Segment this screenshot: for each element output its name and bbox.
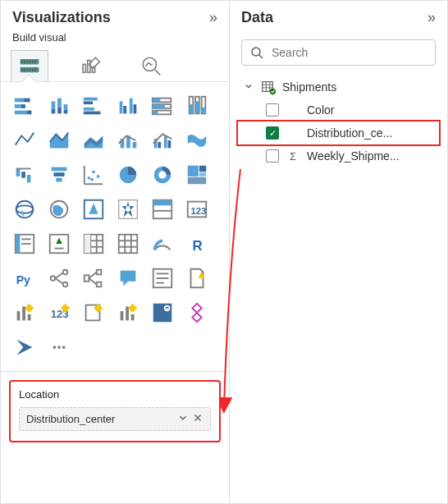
table-icon <box>261 80 276 94</box>
field-weekly-shipments[interactable]: Σ Weekly_Shipme... <box>238 144 439 167</box>
svg-marker-139 <box>128 304 137 313</box>
svg-rect-118 <box>85 275 89 282</box>
viz-filled-map[interactable] <box>43 194 75 225</box>
viz-line-clustered-column[interactable] <box>147 125 178 156</box>
svg-rect-137 <box>126 307 129 321</box>
table-shipments[interactable]: Shipments <box>238 76 439 99</box>
viz-azure-map[interactable] <box>78 194 109 225</box>
visualizations-title: Visualizations <box>12 9 111 26</box>
build-visual-subtitle: Build visual <box>1 31 229 48</box>
data-title: Data <box>241 9 273 26</box>
viz-funnel[interactable] <box>43 159 75 190</box>
viz-clustered-bar[interactable] <box>78 90 109 121</box>
svg-rect-13 <box>35 68 37 71</box>
svg-rect-22 <box>21 104 25 108</box>
collapse-data-icon[interactable]: » <box>427 9 436 26</box>
collapse-pane-icon[interactable]: » <box>209 9 217 26</box>
field-label: Distribution_ce... <box>307 126 434 140</box>
location-field-chip[interactable]: Distribution_center <box>19 407 211 431</box>
viz-clustered-column[interactable] <box>112 90 144 121</box>
field-distribution-center[interactable]: Distribution_ce... <box>238 121 439 144</box>
viz-get-more[interactable] <box>181 297 213 328</box>
viz-100-stacked-bar[interactable] <box>147 90 178 121</box>
search-wrap <box>230 31 447 69</box>
viz-key-influencers[interactable] <box>43 263 75 294</box>
svg-rect-20 <box>24 99 30 103</box>
svg-rect-21 <box>15 104 21 108</box>
svg-rect-42 <box>153 104 165 108</box>
viz-kpi[interactable] <box>43 228 75 259</box>
search-input[interactable] <box>241 39 436 66</box>
svg-rect-2 <box>21 61 23 63</box>
svg-rect-138 <box>131 314 135 321</box>
checkbox-checked[interactable] <box>266 126 279 140</box>
viz-table[interactable] <box>112 228 144 259</box>
search-field[interactable] <box>270 45 427 60</box>
svg-rect-6 <box>32 61 34 63</box>
viz-map[interactable] <box>9 194 40 225</box>
svg-rect-106 <box>119 235 138 254</box>
tab-format[interactable] <box>76 52 104 80</box>
viz-python-visual[interactable]: Py <box>9 263 40 294</box>
viz-slicer[interactable] <box>147 194 178 225</box>
viz-donut[interactable] <box>147 159 178 190</box>
viz-stacked-bar[interactable] <box>9 90 40 121</box>
paintbrush-icon <box>80 55 101 76</box>
viz-more-ellipsis[interactable] <box>43 332 75 363</box>
checkbox[interactable] <box>266 149 279 163</box>
svg-line-117 <box>55 278 62 284</box>
viz-q-and-a[interactable] <box>112 263 144 294</box>
viz-power-automate-3[interactable] <box>112 297 144 328</box>
viz-stacked-column[interactable] <box>43 90 75 121</box>
remove-field-icon[interactable] <box>192 412 203 426</box>
viz-azure-maps-2[interactable] <box>147 297 178 328</box>
viz-matrix[interactable] <box>78 228 109 259</box>
svg-text:Py: Py <box>16 273 30 286</box>
app-root: Visualizations » Build visual <box>0 0 448 504</box>
viz-waterfall[interactable] <box>9 159 40 190</box>
svg-point-70 <box>88 176 91 180</box>
viz-treemap[interactable] <box>181 159 213 190</box>
viz-arcgis-map[interactable] <box>112 194 144 225</box>
viz-paginated-report[interactable] <box>181 263 213 294</box>
svg-rect-40 <box>153 99 160 103</box>
svg-rect-37 <box>130 99 133 114</box>
viz-gauge[interactable] <box>147 228 178 259</box>
viz-multi-row-card[interactable] <box>9 228 40 259</box>
viz-decomposition-tree[interactable] <box>78 263 109 294</box>
viz-stacked-area[interactable] <box>78 125 109 156</box>
svg-rect-30 <box>64 110 68 114</box>
visualizations-header: Visualizations » <box>1 1 229 31</box>
svg-marker-145 <box>17 340 33 355</box>
viz-r-visual[interactable]: R <box>181 228 213 259</box>
svg-point-114 <box>63 270 68 275</box>
svg-rect-38 <box>134 104 137 113</box>
viz-pie[interactable] <box>112 159 144 190</box>
well-title: Location <box>19 388 211 401</box>
svg-rect-24 <box>27 111 32 115</box>
viz-card[interactable]: 123 <box>181 194 213 225</box>
viz-line-stacked-column[interactable] <box>112 125 144 156</box>
viz-scatter[interactable] <box>78 159 109 190</box>
viz-power-automate-1[interactable]: 123 <box>43 297 75 328</box>
svg-point-82 <box>16 205 34 213</box>
field-color[interactable]: Color <box>238 99 439 121</box>
svg-marker-98 <box>56 238 62 245</box>
svg-rect-3 <box>25 61 26 63</box>
viz-power-automate-2[interactable] <box>78 297 109 328</box>
viz-power-automate-flow[interactable] <box>9 332 40 363</box>
viz-100-stacked-column[interactable] <box>181 90 213 121</box>
viz-line[interactable] <box>9 125 40 156</box>
table-name: Shipments <box>282 80 336 94</box>
svg-rect-12 <box>32 68 34 71</box>
chevron-down-icon[interactable] <box>177 412 189 426</box>
checkbox[interactable] <box>266 103 279 117</box>
tab-analytics[interactable] <box>137 52 165 80</box>
viz-narrative-smart[interactable] <box>147 263 178 294</box>
svg-rect-14 <box>83 64 85 72</box>
viz-ribbon[interactable] <box>181 125 213 156</box>
svg-rect-25 <box>52 101 56 108</box>
viz-area[interactable] <box>43 125 75 156</box>
svg-rect-67 <box>56 178 62 182</box>
viz-power-apps[interactable] <box>9 297 40 328</box>
